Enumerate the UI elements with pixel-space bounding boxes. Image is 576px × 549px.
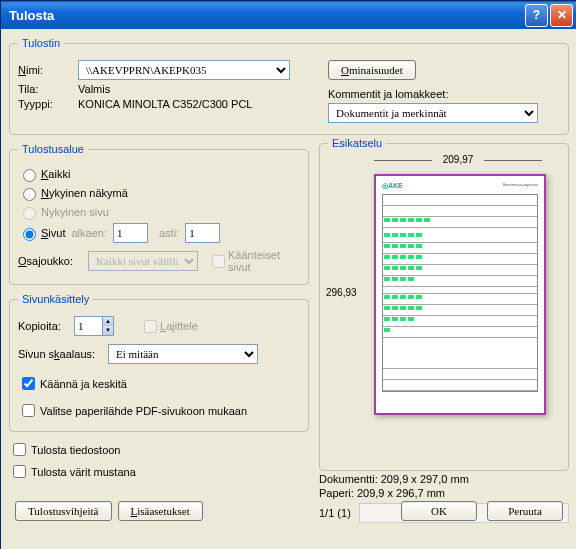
dim-width: 209,97 (374, 154, 542, 165)
papersource-label: Valitse paperilähde PDF-sivukoon mukaan (40, 405, 247, 417)
handling-legend: Sivunkäsittely (18, 293, 93, 305)
page-status: 1/1 (1) (319, 507, 351, 519)
copies-label: Kopioita: (18, 320, 74, 332)
help-button[interactable]: ? (525, 4, 548, 27)
rotate-label: Käännä ja keskitä (40, 378, 127, 390)
range-legend: Tulostusalue (18, 143, 88, 155)
handling-group: Sivunkäsittely Kopioita: ▲▼ Lajittele Si… (9, 293, 309, 432)
to-label: asti: (159, 227, 179, 239)
name-label: Nimi: (18, 64, 78, 76)
spin-down[interactable]: ▼ (103, 326, 113, 335)
range-all-radio[interactable] (23, 169, 36, 182)
from-label: alkaen: (71, 227, 106, 239)
printer-name-select[interactable]: \\AKEVPPRN\AKEPK035 (78, 60, 290, 80)
preview-document: ◎AKESaneeraus-sopimus (374, 174, 546, 415)
preview-box: Esikatselu 209,97 296,93 ◎AKESaneeraus-s… (319, 143, 569, 471)
window-title: Tulosta (5, 8, 523, 23)
range-view-label: Nykyinen näkymä (41, 187, 128, 199)
type-label: Tyyppi: (18, 98, 78, 110)
properties-button[interactable]: Ominaisuudet (328, 60, 416, 80)
comments-label: Kommentit ja lomakkeet: (328, 88, 448, 100)
close-button[interactable]: ✕ (550, 4, 573, 27)
status-value: Valmis (78, 83, 110, 95)
range-page-radio (23, 207, 36, 220)
type-value: KONICA MINOLTA C352/C300 PCL (78, 98, 252, 110)
ok-button[interactable]: OK (401, 501, 477, 521)
range-pages-label: Sivut (41, 227, 65, 239)
copies-input[interactable] (74, 316, 102, 336)
comments-select[interactable]: Dokumentit ja merkinnät (328, 103, 538, 123)
print-bw-label: Tulosta värit mustana (31, 466, 136, 478)
printer-group: Tulostin Nimi: \\AKEVPPRN\AKEPK035 Tila:… (9, 37, 569, 135)
reverse-check (212, 255, 225, 268)
papersource-check[interactable] (22, 404, 35, 417)
paper-info: Paperi: 209,9 x 296,7 mm (319, 487, 569, 499)
range-group: Tulostusalue Kaikki Nykyinen näkymä Nyky… (9, 143, 309, 285)
preview-legend: Esikatselu (328, 137, 386, 149)
range-pages-radio[interactable] (23, 228, 36, 241)
collate-check (144, 320, 157, 333)
from-input[interactable] (113, 223, 148, 243)
to-input[interactable] (185, 223, 220, 243)
scaling-select[interactable]: Ei mitään (108, 344, 258, 364)
reverse-label: Käänteiset sivut (228, 249, 288, 273)
range-page-label: Nykyinen sivu (41, 206, 109, 218)
spin-up[interactable]: ▲ (103, 317, 113, 326)
rotate-check[interactable] (22, 377, 35, 390)
status-label: Tila: (18, 83, 78, 95)
subset-label: Osajoukko: (18, 255, 88, 267)
collate-label: Lajittele (160, 320, 198, 332)
tips-button[interactable]: Tulostusvihjeitä (15, 501, 112, 521)
advanced-button[interactable]: Lisäasetukset (118, 501, 203, 521)
print-bw-check[interactable] (13, 465, 26, 478)
print-file-label: Tulosta tiedostoon (31, 444, 120, 456)
dim-height: 296,93 (326, 174, 357, 411)
doc-info: Dokumentti: 209,9 x 297,0 mm (319, 473, 569, 485)
cancel-button[interactable]: Peruuta (487, 501, 563, 521)
title-bar: Tulosta ? ✕ (1, 1, 576, 29)
range-view-radio[interactable] (23, 188, 36, 201)
scaling-label: Sivun skaalaus: (18, 348, 108, 360)
subset-select: Kaikki sivut välillä (88, 251, 198, 271)
print-file-check[interactable] (13, 443, 26, 456)
printer-legend: Tulostin (18, 37, 64, 49)
copies-spinner[interactable]: ▲▼ (74, 316, 114, 336)
range-all-label: Kaikki (41, 168, 70, 180)
